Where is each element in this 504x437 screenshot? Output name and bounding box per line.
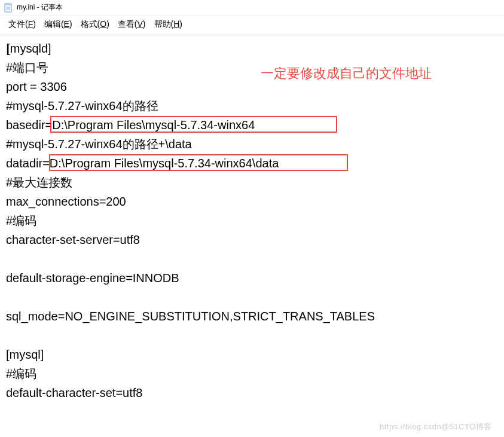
annotation-text: 一定要修改成自己的文件地址 (261, 63, 432, 84)
blank-line (6, 249, 498, 268)
menu-edit[interactable]: 编辑(E) (42, 18, 75, 31)
menu-file[interactable]: 文件(F) (6, 18, 38, 31)
text-line: default-character-set=utf8 (6, 383, 498, 402)
text-line: #mysql-5.7.27-winx64的路径+\data (6, 135, 498, 154)
text-line: max_connections=200 (6, 192, 498, 211)
blank-line (6, 326, 498, 345)
notepad-icon (4, 3, 13, 13)
text-line: basedir=D:\Program Files\mysql-5.7.34-wi… (6, 115, 498, 135)
line-path: D:\Program Files\mysql-5.7.34-winx64\dat… (50, 157, 279, 170)
blank-line (6, 288, 498, 307)
text-line: [mysqld] (6, 39, 498, 58)
window-title: my.ini - 记事本 (17, 2, 63, 13)
text-line: datadir=D:\Program Files\mysql-5.7.34-wi… (6, 154, 498, 173)
text-line: #mysql-5.7.27-winx64的路径 (6, 96, 498, 115)
text-line: [mysql] (6, 345, 498, 364)
text-line: sql_mode=NO_ENGINE_SUBSTITUTION,STRICT_T… (6, 307, 498, 326)
menu-format[interactable]: 格式(O) (78, 18, 112, 31)
line-prefix: datadir= (6, 157, 50, 170)
menu-view[interactable]: 查看(V) (115, 18, 148, 31)
text-line: #编码 (6, 211, 498, 230)
line-path: D:\Program Files\mysql-5.7.34-winx64 (52, 118, 255, 132)
editor-content[interactable]: [mysqld] #端口号 port = 3306 #mysql-5.7.27-… (0, 35, 504, 406)
text-line: #编码 (6, 364, 498, 383)
text-line: default-storage-engine=INNODB (6, 268, 498, 288)
text-line: #最大连接数 (6, 173, 498, 192)
svg-rect-1 (5, 4, 11, 5)
menu-help[interactable]: 帮助(H) (152, 18, 185, 31)
line-prefix: basedir= (6, 118, 52, 132)
watermark: https://blog.csdn@51CTO博客 (380, 421, 492, 432)
text-line: character-set-server=utf8 (6, 230, 498, 249)
titlebar: my.ini - 记事本 (0, 0, 504, 16)
menubar: 文件(F) 编辑(E) 格式(O) 查看(V) 帮助(H) (0, 16, 504, 35)
